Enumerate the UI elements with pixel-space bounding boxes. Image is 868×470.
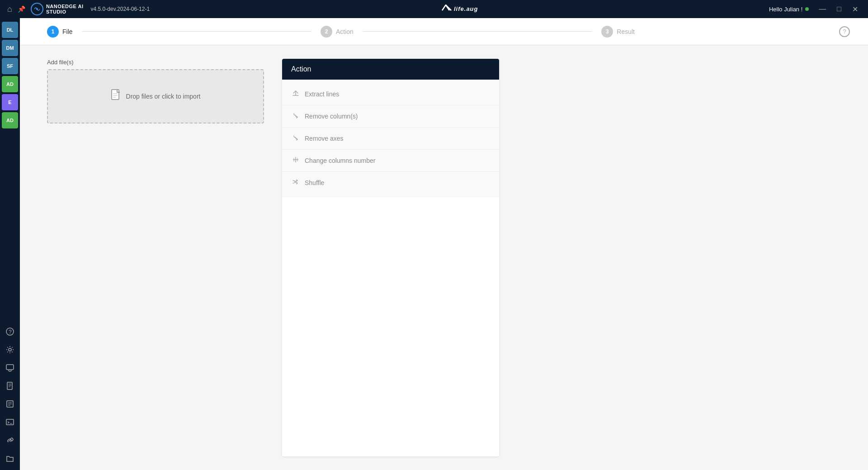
notes-icon — [6, 400, 14, 408]
action-change-columns[interactable]: Change columns number — [282, 150, 499, 172]
terminal-icon-button[interactable] — [2, 414, 18, 430]
help-icon-button[interactable]: ? — [2, 323, 18, 340]
progress-bar: 1 File 2 Action 3 R — [20, 18, 868, 45]
svg-text:life.augmented: life.augmented — [454, 5, 477, 12]
user-status-dot — [805, 7, 809, 11]
sidebar-item-sf[interactable]: SF — [2, 58, 18, 74]
extract-icon — [292, 90, 299, 97]
st-logo-svg: life.augmented — [441, 1, 477, 14]
extract-lines-icon — [291, 90, 300, 99]
maximize-button[interactable]: □ — [834, 4, 844, 14]
sidebar-item-ad[interactable]: AD — [2, 76, 18, 92]
file-panel: Add file(s) Drop files or click to impor… — [47, 59, 264, 456]
brand-name: NANOEDGE AISTUDIO — [46, 4, 84, 14]
minimize-button[interactable]: — — [816, 4, 829, 14]
step-3-circle: 3 — [601, 26, 613, 38]
action-remove-columns-label: Remove column(s) — [305, 113, 358, 120]
sidebar: DL DM SF AD E AD ? — [0, 18, 20, 470]
action-remove-columns[interactable]: Remove column(s) — [282, 105, 499, 128]
step-line-2 — [363, 31, 592, 32]
action-remove-axes[interactable]: Remove axes — [282, 128, 499, 150]
folder-icon-button[interactable] — [2, 450, 18, 466]
sidebar-item-dm[interactable]: DM — [2, 40, 18, 56]
action-remove-axes-label: Remove axes — [305, 135, 344, 142]
topbar-center: life.augmented — [155, 1, 764, 17]
main-layout: DL DM SF AD E AD ? — [0, 18, 868, 470]
drop-zone-text: Drop files or click to import — [126, 93, 201, 100]
window-controls: — □ ✕ — [816, 4, 861, 14]
document-icon-button[interactable] — [2, 378, 18, 394]
user-info: Hello Julian ! — [769, 6, 809, 13]
svg-text:?: ? — [9, 329, 12, 335]
question-icon: ? — [6, 328, 14, 336]
panels: Add file(s) Drop files or click to impor… — [20, 45, 868, 470]
topbar-right: Hello Julian ! — □ ✕ — [769, 4, 861, 14]
step-3-number: 3 — [606, 28, 609, 35]
topbar: ⌂ 📌 NANOEDGE AISTUDIO v4.5.0-dev.2024-06… — [0, 0, 868, 18]
sidebar-item-ad2[interactable]: AD — [2, 112, 18, 128]
action-extract-lines-label: Extract lines — [305, 90, 339, 98]
brand: NANOEDGE AISTUDIO — [31, 3, 84, 15]
help-button[interactable]: ? — [839, 26, 850, 37]
remove-axes-icon — [291, 134, 300, 143]
pin-icon[interactable]: 📌 — [18, 5, 25, 13]
action-panel: Action Extract lines — [282, 59, 499, 456]
sidebar-item-e[interactable]: E — [2, 94, 18, 110]
settings-icon-button[interactable] — [2, 342, 18, 358]
link-icon-button[interactable] — [2, 432, 18, 448]
svg-rect-7 — [7, 382, 12, 389]
gear-icon — [6, 346, 14, 354]
step-3-label[interactable]: Result — [617, 28, 635, 35]
step-2-circle: 2 — [321, 26, 332, 38]
link-icon — [6, 436, 14, 444]
remove-col-icon — [292, 112, 299, 119]
action-header: Action — [282, 59, 499, 80]
terminal-icon — [6, 418, 14, 426]
notes-icon-button[interactable] — [2, 396, 18, 412]
step-3: 3 Result — [601, 26, 635, 38]
folder-icon — [6, 454, 14, 462]
home-icon[interactable]: ⌂ — [7, 5, 12, 14]
svg-point-1 — [36, 8, 38, 10]
step-1-circle: 1 — [47, 26, 59, 38]
change-columns-icon — [291, 156, 300, 165]
shuffle-icon-svg — [292, 178, 299, 185]
step-1-label[interactable]: File — [62, 28, 73, 35]
st-logo: life.augmented — [441, 1, 477, 17]
svg-rect-9 — [6, 419, 14, 425]
svg-point-5 — [9, 348, 11, 351]
progress-steps: 1 File 2 Action 3 R — [47, 26, 635, 38]
file-icon — [111, 89, 122, 104]
action-body: Extract lines Remove column(s) — [282, 80, 499, 197]
action-shuffle-label: Shuffle — [305, 179, 324, 186]
svg-rect-10 — [112, 90, 119, 100]
content-area: 1 File 2 Action 3 R — [20, 18, 868, 470]
shuffle-icon — [291, 178, 300, 187]
drop-zone[interactable]: Drop files or click to import — [47, 69, 264, 123]
step-2: 2 Action — [321, 26, 354, 38]
document-icon — [6, 382, 14, 390]
action-change-columns-label: Change columns number — [305, 157, 375, 164]
close-button[interactable]: ✕ — [849, 4, 861, 14]
action-extract-lines[interactable]: Extract lines — [282, 83, 499, 105]
step-1: 1 File — [47, 26, 73, 38]
columns-icon — [292, 156, 299, 163]
step-2-number: 2 — [325, 28, 328, 35]
svg-rect-6 — [6, 365, 14, 370]
remove-columns-icon — [291, 112, 300, 121]
file-panel-label: Add file(s) — [47, 59, 264, 66]
action-shuffle[interactable]: Shuffle — [282, 172, 499, 194]
remove-axes-icon-svg — [292, 134, 299, 141]
brand-logo-icon — [31, 3, 43, 15]
app-version: v4.5.0-dev.2024-06-12-1 — [91, 6, 150, 12]
sidebar-item-dl[interactable]: DL — [2, 22, 18, 38]
user-greeting: Hello Julian ! — [769, 6, 802, 13]
step-line-1 — [82, 31, 311, 32]
chat-icon — [6, 364, 14, 372]
chat-icon-button[interactable] — [2, 360, 18, 376]
sidebar-bottom: ? — [2, 323, 18, 466]
file-document-icon — [111, 89, 122, 102]
step-2-label[interactable]: Action — [336, 28, 354, 35]
step-1-number: 1 — [52, 28, 55, 35]
